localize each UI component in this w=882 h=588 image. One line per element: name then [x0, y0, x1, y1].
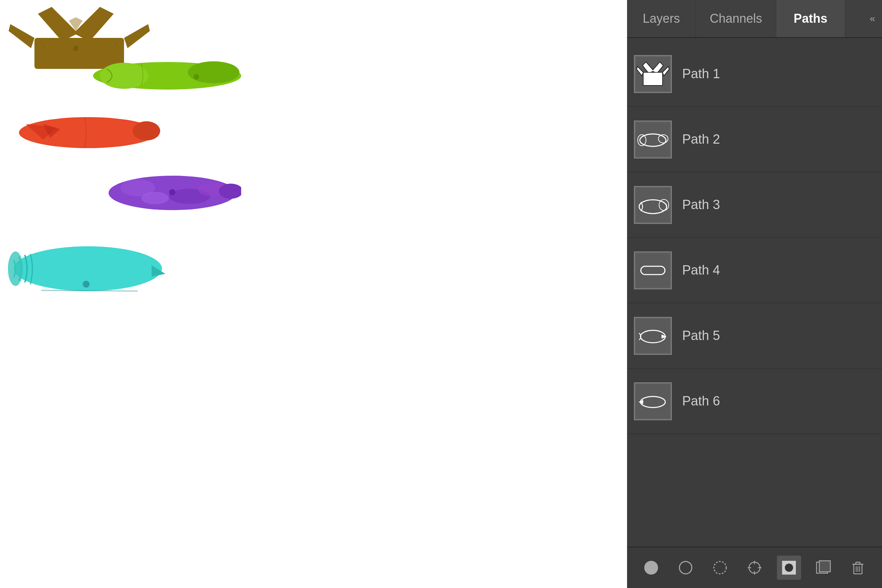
path-label-5: Path 5	[682, 328, 720, 343]
svg-point-10	[188, 62, 240, 83]
path-label-2: Path 2	[682, 132, 720, 147]
delete-path-button[interactable]	[846, 556, 870, 580]
path-label-3: Path 3	[682, 197, 720, 212]
svg-point-57	[785, 564, 793, 572]
canvas-area	[0, 0, 627, 588]
add-mask-button[interactable]	[777, 556, 801, 580]
svg-point-49	[680, 561, 692, 574]
path-item-2[interactable]: Path 2	[627, 107, 882, 172]
green-umbrella-item	[90, 57, 244, 95]
path-thumbnail-5	[634, 317, 672, 355]
svg-point-9	[100, 63, 148, 89]
path-item-6[interactable]: Path 6	[627, 369, 882, 434]
path-thumbnail-3	[634, 186, 672, 224]
stroke-path-button[interactable]	[674, 556, 698, 580]
load-selection-button[interactable]	[708, 556, 732, 580]
paths-list: Path 1 Path 2	[627, 38, 882, 547]
fill-path-button[interactable]	[639, 556, 663, 580]
svg-marker-3	[124, 24, 150, 48]
panel-tabs: Layers Channels Paths «	[627, 0, 882, 38]
svg-point-48	[644, 561, 658, 574]
svg-rect-33	[636, 122, 670, 157]
svg-point-19	[141, 192, 169, 204]
path-label-6: Path 6	[682, 394, 720, 408]
path-thumbnail-1	[634, 55, 672, 93]
svg-point-15	[133, 121, 160, 141]
tab-paths[interactable]: Paths	[776, 0, 845, 37]
path-item-1[interactable]: Path 1	[627, 41, 882, 107]
path-item-5[interactable]: Path 5	[627, 303, 882, 369]
tab-channels[interactable]: Channels	[696, 0, 776, 37]
red-umbrella-item	[15, 110, 160, 155]
svg-point-11	[194, 74, 199, 80]
purple-umbrella-item	[104, 169, 241, 217]
bottom-toolbar	[627, 547, 882, 588]
svg-marker-2	[9, 24, 34, 48]
path-thumbnail-4	[634, 252, 672, 290]
path-label-4: Path 4	[682, 263, 720, 278]
path-label-1: Path 1	[682, 66, 720, 81]
svg-rect-30	[643, 72, 663, 86]
path-thumbnail-2	[634, 120, 672, 159]
path-item-4[interactable]: Path 4	[627, 238, 882, 303]
collapse-button[interactable]: «	[863, 0, 882, 37]
svg-point-24	[8, 252, 23, 286]
cyan-umbrella-item	[7, 236, 169, 302]
right-panel: Layers Channels Paths «	[627, 0, 882, 588]
svg-rect-37	[636, 188, 670, 222]
svg-point-50	[714, 561, 726, 574]
path-item-3[interactable]: Path 3	[627, 172, 882, 238]
new-path-button[interactable]	[812, 556, 836, 580]
path-thumbnail-6	[634, 382, 672, 420]
svg-line-27	[41, 290, 138, 291]
make-work-path-button[interactable]	[742, 556, 766, 580]
svg-point-26	[82, 281, 90, 288]
svg-point-5	[73, 45, 78, 51]
svg-rect-59	[819, 561, 830, 572]
tab-layers[interactable]: Layers	[627, 0, 696, 37]
svg-point-21	[169, 189, 176, 195]
